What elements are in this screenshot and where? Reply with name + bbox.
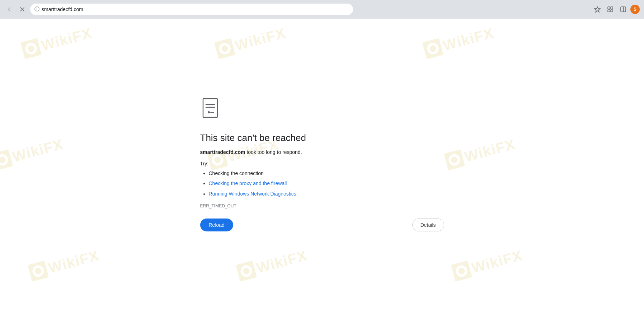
sidebar-button[interactable]: [617, 4, 629, 15]
list-item: Checking the connection: [209, 169, 444, 177]
try-label: Try:: [200, 161, 444, 166]
svg-marker-0: [594, 7, 600, 12]
watermark: WikiFX: [422, 24, 496, 59]
details-button[interactable]: Details: [412, 219, 444, 231]
browser-chrome: ⓘ smarttradecfd.com S: [0, 0, 644, 19]
profile-avatar[interactable]: S: [630, 5, 640, 14]
svg-rect-3: [608, 10, 610, 12]
svg-rect-4: [611, 10, 613, 12]
try-list: Checking the connection Checking the pro…: [200, 169, 444, 198]
button-row: Reload Details: [200, 219, 444, 231]
toolbar-right: S: [592, 4, 640, 15]
item-text: Checking the connection: [209, 170, 264, 176]
error-code: ERR_TIMED_OUT: [200, 203, 444, 208]
error-domain: smarttradecfd.com: [200, 149, 245, 155]
address-bar[interactable]: ⓘ smarttradecfd.com: [30, 4, 353, 15]
network-diagnostics-link[interactable]: Running Windows Network Diagnostics: [209, 191, 296, 197]
watermark: WikiFX: [0, 135, 65, 170]
svg-rect-7: [203, 99, 217, 117]
error-icon: [200, 97, 444, 124]
svg-rect-1: [608, 7, 610, 9]
close-button[interactable]: [17, 4, 27, 14]
svg-rect-2: [611, 7, 613, 9]
svg-point-10: [208, 111, 210, 113]
watermark: WikiFX: [20, 24, 94, 59]
list-item: Running Windows Network Diagnostics: [209, 190, 444, 198]
error-container: This site can't be reached smarttradecfd…: [200, 97, 444, 231]
reload-button[interactable]: Reload: [200, 219, 233, 231]
secure-icon: ⓘ: [34, 6, 39, 13]
page-content: WikiFX WikiFX WikiFX WikiFX WikiFX WikiF…: [0, 19, 644, 310]
watermark: WikiFX: [214, 24, 288, 59]
bookmark-button[interactable]: [592, 4, 603, 15]
watermark: WikiFX: [444, 135, 517, 170]
error-title: This site can't be reached: [200, 132, 444, 144]
url-text: smarttradecfd.com: [42, 6, 83, 12]
watermark: WikiFX: [236, 246, 309, 282]
svg-rect-5: [621, 7, 626, 12]
list-item: Checking the proxy and the firewall: [209, 179, 444, 187]
watermark: WikiFX: [451, 246, 525, 282]
error-subtitle-msg: took too long to respond.: [245, 149, 302, 155]
error-subtitle: smarttradecfd.com took too long to respo…: [200, 149, 444, 155]
proxy-firewall-link[interactable]: Checking the proxy and the firewall: [209, 180, 287, 186]
extensions-button[interactable]: [605, 4, 616, 15]
watermark: WikiFX: [28, 246, 101, 282]
back-button[interactable]: [4, 4, 14, 14]
